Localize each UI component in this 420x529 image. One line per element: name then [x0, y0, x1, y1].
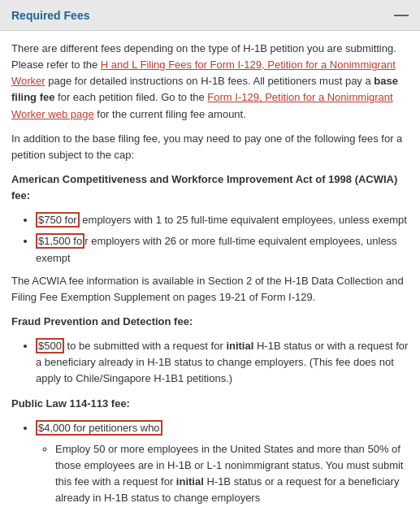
- fee-highlight-4000: $4,000 for petitioners who: [36, 420, 162, 436]
- fraud-heading: Fraud Prevention and Detection fee:: [11, 314, 409, 330]
- sub-list-item: Employ 50 or more employees in the Unite…: [55, 441, 409, 507]
- h-l-filing-fees-link[interactable]: H and L Filing Fees for Form I-129, Peti…: [11, 59, 396, 87]
- initial-bold: initial: [226, 340, 253, 352]
- public-law-sub-list: Employ 50 or more employees in the Unite…: [36, 441, 409, 507]
- acwia-note: The ACWIA fee information is available i…: [11, 273, 409, 306]
- fraud-list: $500 to be submitted with a request for …: [11, 338, 409, 387]
- list-item: $750 for employers with 1 to 25 full-tim…: [36, 212, 409, 228]
- fraud-section: Fraud Prevention and Detection fee: $500…: [11, 314, 409, 388]
- intro-paragraph-2: In addition to the base filing fee, you …: [11, 131, 409, 163]
- list-item: $1,500 for employers with 26 or more ful…: [36, 233, 409, 266]
- fee-highlight-1500: $1,500 fo: [36, 233, 84, 249]
- public-law-heading: Public Law 114-113 fee:: [11, 396, 409, 412]
- collapse-button[interactable]: —: [394, 7, 409, 24]
- acwia-heading: American Competitiveness and Workforce I…: [11, 171, 409, 204]
- acwia-list: $750 for employers with 1 to 25 full-tim…: [11, 212, 409, 266]
- panel-title: Required Fees: [11, 9, 89, 22]
- fee-text-1500: r employers with 26 or more full-time eq…: [36, 235, 397, 263]
- public-law-list: $4,000 for petitioners who Employ 50 or …: [11, 420, 409, 507]
- fee-text-750: employers with 1 to 25 full-time equival…: [82, 214, 407, 226]
- initial-bold-2: initial: [176, 475, 204, 488]
- acwia-section: American Competitiveness and Workforce I…: [11, 171, 409, 306]
- public-law-section: Public Law 114-113 fee: $4,000 for petit…: [11, 396, 409, 507]
- required-fees-panel: Required Fees — There are different fees…: [0, 0, 420, 522]
- list-item: $500 to be submitted with a request for …: [36, 338, 409, 387]
- list-item: $4,000 for petitioners who Employ 50 or …: [36, 420, 409, 507]
- fee-text-500: to be submitted with a request for initi…: [36, 340, 408, 384]
- intro-paragraph-1: There are different fees depending on th…: [11, 41, 409, 123]
- form-i129-link[interactable]: Form I-129, Petition for a Nonimmigrant …: [11, 91, 393, 119]
- panel-header: Required Fees —: [0, 0, 420, 31]
- panel-content: There are different fees depending on th…: [0, 31, 420, 522]
- fee-highlight-750: $750 for: [36, 212, 80, 228]
- fee-highlight-500: $500: [36, 338, 64, 353]
